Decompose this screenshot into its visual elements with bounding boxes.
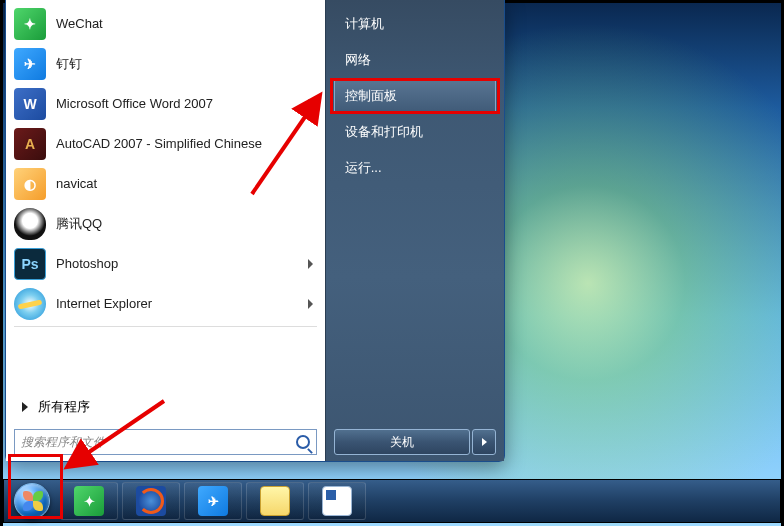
qq-icon — [14, 208, 46, 240]
shutdown-row: 关机 — [334, 429, 496, 455]
start-menu: ✦ WeChat ✈ 钉钉 W Microsoft Office Word 20… — [5, 0, 505, 462]
word-icon: W — [14, 88, 46, 120]
folder-icon — [260, 486, 290, 516]
submenu-arrow-icon — [308, 99, 313, 109]
program-label: 腾讯QQ — [56, 216, 317, 232]
right-item-devices-printers[interactable]: 设备和打印机 — [334, 114, 496, 150]
taskbar-wechat[interactable]: ✦ — [60, 482, 118, 520]
program-item-dingtalk[interactable]: ✈ 钉钉 — [8, 44, 323, 84]
program-item-autocad[interactable]: A AutoCAD 2007 - Simplified Chinese — [8, 124, 323, 164]
submenu-arrow-icon — [308, 259, 313, 269]
photoshop-icon: Ps — [14, 248, 46, 280]
start-button[interactable] — [8, 481, 56, 521]
program-item-photoshop[interactable]: Ps Photoshop — [8, 244, 323, 284]
shutdown-label: 关机 — [390, 434, 414, 451]
start-menu-left-panel: ✦ WeChat ✈ 钉钉 W Microsoft Office Word 20… — [6, 0, 325, 461]
wechat-icon: ✦ — [14, 8, 46, 40]
taskbar: ✦ ✈ — [3, 479, 781, 523]
right-item-network[interactable]: 网络 — [334, 42, 496, 78]
shutdown-button[interactable]: 关机 — [334, 429, 470, 455]
right-item-label: 运行... — [345, 160, 382, 175]
program-label: WeChat — [56, 16, 317, 32]
right-item-control-panel[interactable]: 控制面板 — [334, 78, 496, 114]
taskbar-dingtalk[interactable]: ✈ — [184, 482, 242, 520]
navicat-icon: ◐ — [14, 168, 46, 200]
right-item-label: 控制面板 — [345, 88, 397, 103]
all-programs-button[interactable]: 所有程序 — [8, 391, 323, 423]
submenu-arrow-icon — [308, 299, 313, 309]
dingtalk-icon: ✈ — [198, 486, 228, 516]
autocad-icon: A — [14, 128, 46, 160]
shutdown-options-button[interactable] — [472, 429, 496, 455]
right-item-label: 设备和打印机 — [345, 124, 423, 139]
taskbar-explorer[interactable] — [246, 482, 304, 520]
program-item-wechat[interactable]: ✦ WeChat — [8, 4, 323, 44]
wechat-icon: ✦ — [74, 486, 104, 516]
program-label: Internet Explorer — [56, 296, 298, 312]
taskbar-firefox[interactable] — [122, 482, 180, 520]
program-item-qq[interactable]: 腾讯QQ — [8, 204, 323, 244]
taskbar-word-doc[interactable] — [308, 482, 366, 520]
windows-logo-icon — [14, 483, 50, 519]
dingtalk-icon: ✈ — [14, 48, 46, 80]
program-label: AutoCAD 2007 - Simplified Chinese — [56, 136, 317, 152]
firefox-icon — [136, 486, 166, 516]
divider — [14, 326, 317, 327]
program-item-ie[interactable]: Internet Explorer — [8, 284, 323, 324]
right-item-run[interactable]: 运行... — [334, 150, 496, 186]
ie-icon — [14, 288, 46, 320]
right-item-computer[interactable]: 计算机 — [334, 6, 496, 42]
program-item-navicat[interactable]: ◐ navicat — [8, 164, 323, 204]
right-item-label: 网络 — [345, 52, 371, 67]
program-label: 钉钉 — [56, 56, 317, 72]
search-placeholder: 搜索程序和文件 — [21, 434, 105, 451]
chevron-right-icon — [482, 438, 487, 446]
search-input[interactable]: 搜索程序和文件 — [14, 429, 317, 455]
chevron-right-icon — [22, 402, 28, 412]
program-label: Photoshop — [56, 256, 298, 272]
doc-icon — [322, 486, 352, 516]
all-programs-label: 所有程序 — [38, 398, 90, 416]
program-label: Microsoft Office Word 2007 — [56, 96, 298, 112]
start-menu-right-panel: 计算机 网络 控制面板 设备和打印机 运行... 关机 — [325, 0, 504, 461]
program-label: navicat — [56, 176, 317, 192]
right-item-label: 计算机 — [345, 16, 384, 31]
program-item-word[interactable]: W Microsoft Office Word 2007 — [8, 84, 323, 124]
search-icon — [296, 435, 310, 449]
